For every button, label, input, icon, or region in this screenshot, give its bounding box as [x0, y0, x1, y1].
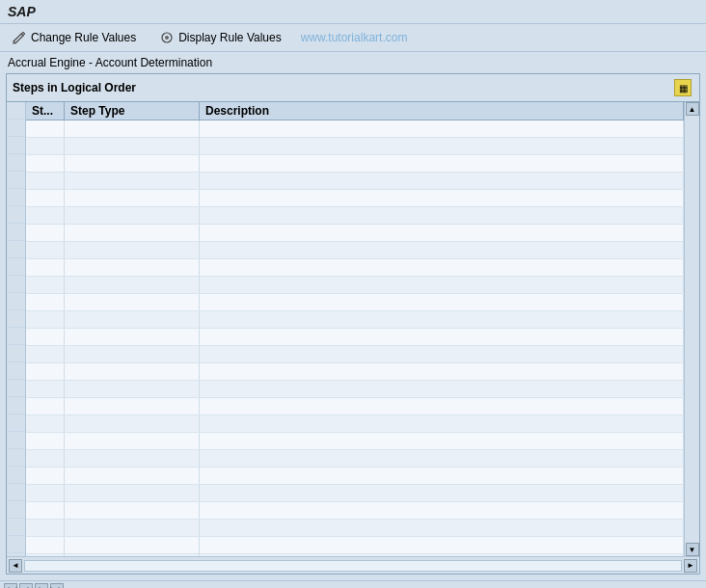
row-number [7, 345, 25, 362]
table-row[interactable] [26, 346, 684, 363]
change-rule-values-button[interactable]: Change Rule Values [8, 28, 140, 47]
table-row[interactable] [26, 190, 684, 207]
cell-st [26, 346, 65, 362]
table-row[interactable] [26, 329, 684, 346]
table-row[interactable] [26, 173, 684, 190]
cell-step-type [65, 398, 200, 414]
cell-description [200, 346, 684, 362]
table-row[interactable] [26, 277, 684, 294]
table-row[interactable] [26, 450, 684, 468]
row-number [7, 206, 25, 224]
row-number [7, 224, 25, 241]
table-row[interactable] [26, 520, 684, 537]
page-nav: ◄◄ ◄ ► ►► [0, 580, 706, 588]
table-row[interactable] [26, 363, 684, 381]
row-number [7, 276, 25, 293]
cell-step-type [65, 155, 200, 172]
row-number [7, 519, 25, 536]
cell-st [26, 259, 65, 276]
table-row[interactable] [26, 468, 684, 485]
table-row[interactable] [26, 554, 684, 556]
table-row[interactable] [26, 433, 684, 450]
table-row[interactable] [26, 207, 684, 225]
display-rule-values-button[interactable]: Display Rule Values [155, 28, 285, 47]
scroll-track-h[interactable] [24, 560, 682, 572]
grid-icon[interactable]: ▦ [674, 79, 692, 96]
nav-prev-arrow[interactable]: ◄ [19, 583, 33, 589]
nav-last-arrow[interactable]: ►► [50, 583, 64, 589]
cell-step-type [65, 485, 200, 501]
table-row[interactable] [26, 138, 684, 155]
table-row[interactable] [26, 120, 684, 138]
breadcrumb: Accrual Engine - Account Determination [0, 52, 706, 73]
cell-step-type [65, 120, 200, 137]
cell-st [26, 242, 65, 258]
table-row[interactable] [26, 415, 684, 433]
cell-description [200, 225, 684, 241]
cell-step-type [65, 554, 200, 556]
row-number [7, 536, 25, 553]
table-row[interactable] [26, 225, 684, 242]
nav-first-arrow[interactable]: ◄◄ [4, 583, 17, 589]
app-title: SAP [8, 4, 36, 19]
row-number [7, 501, 25, 519]
cell-st [26, 398, 65, 414]
cell-description [200, 311, 684, 328]
cell-st [26, 155, 65, 172]
cell-st [26, 520, 65, 536]
scroll-right-arrow[interactable]: ► [684, 559, 697, 573]
watermark-text: www.tutorialkart.com [301, 31, 408, 44]
cell-description [200, 415, 684, 432]
cell-step-type [65, 381, 200, 397]
cell-description [200, 468, 684, 484]
cell-st [26, 120, 65, 137]
change-rule-values-label: Change Rule Values [31, 31, 136, 44]
cell-description [200, 329, 684, 345]
cell-description [200, 173, 684, 189]
scroll-up-arrow[interactable]: ▲ [686, 102, 699, 116]
cell-description [200, 554, 684, 556]
pencil-icon [12, 30, 27, 45]
row-number [7, 172, 25, 189]
bottom-scrollbar: ◄ ► [7, 556, 699, 574]
panel-header: Steps in Logical Order [13, 81, 136, 94]
toolbar: Change Rule Values Display Rule Values w… [0, 24, 706, 52]
table-header: St... Step Type Description [26, 102, 684, 120]
table-row[interactable] [26, 259, 684, 277]
cell-st [26, 190, 65, 206]
row-number [7, 328, 25, 345]
row-number [7, 293, 25, 310]
cell-step-type [65, 207, 200, 224]
scroll-track-v[interactable] [686, 116, 699, 543]
cell-st [26, 225, 65, 241]
table-row[interactable] [26, 311, 684, 329]
row-number [7, 467, 25, 484]
table-row[interactable] [26, 502, 684, 520]
table-row[interactable] [26, 155, 684, 173]
table-row[interactable] [26, 485, 684, 502]
cell-description [200, 190, 684, 206]
table-row[interactable] [26, 381, 684, 398]
cell-st [26, 502, 65, 519]
table-row[interactable] [26, 294, 684, 311]
cell-description [200, 520, 684, 536]
cell-step-type [65, 259, 200, 276]
cell-description [200, 120, 684, 137]
table-row[interactable] [26, 537, 684, 554]
scroll-left-arrow[interactable]: ◄ [9, 559, 22, 573]
table-row[interactable] [26, 242, 684, 259]
display-rule-values-label: Display Rule Values [178, 31, 282, 44]
cell-st [26, 415, 65, 432]
col-header-step-type: Step Type [65, 102, 200, 120]
cell-description [200, 485, 684, 501]
main-content: Steps in Logical Order ▦ St... Step Type… [6, 73, 700, 575]
cell-step-type [65, 537, 200, 553]
nav-next-arrow[interactable]: ► [35, 583, 48, 589]
row-number [7, 484, 25, 501]
scroll-down-arrow[interactable]: ▼ [686, 543, 699, 556]
table-container: St... Step Type Description [7, 102, 699, 556]
cell-description [200, 242, 684, 258]
row-number [7, 414, 25, 432]
table-row[interactable] [26, 398, 684, 415]
cell-description [200, 381, 684, 397]
